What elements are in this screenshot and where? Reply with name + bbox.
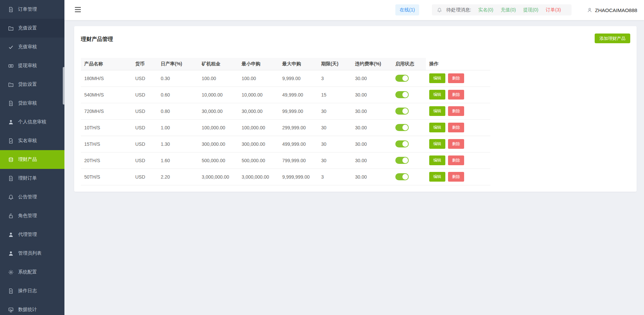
- table-row: 720MH/SUSD0.8030,000.0030,000.0099,999.0…: [81, 103, 490, 119]
- sidebar-item-label: 系统配置: [18, 269, 37, 275]
- doc-check-icon: [8, 138, 14, 144]
- sidebar-item-label: 公告管理: [18, 194, 37, 200]
- pending-messages-label: 待处理消息:: [446, 7, 471, 13]
- column-header: 违约费率(%): [352, 58, 392, 70]
- sidebar-item-personal-info-review[interactable]: 个人信息审核: [0, 113, 64, 131]
- sidebar-item-announcement-management[interactable]: 公告管理: [0, 188, 64, 206]
- sidebar-item-label: 贷款审核: [18, 100, 37, 106]
- edit-button[interactable]: 编辑: [429, 139, 445, 149]
- sidebar-item-recharge-settings[interactable]: 充值设置: [0, 19, 64, 38]
- table-row: 20TH/SUSD1.60500,000.00500,000.00799,999…: [81, 152, 490, 169]
- cell-rent: 3,000,000.00: [198, 169, 238, 185]
- cell-fee: 30.00: [352, 169, 392, 185]
- doc-icon: [8, 176, 14, 181]
- sidebar-item-loan-settings[interactable]: 贷款设置: [0, 75, 64, 94]
- enable-toggle[interactable]: [395, 124, 409, 131]
- cell-name: 15TH/S: [81, 136, 132, 152]
- cell-min: 3,000,000.00: [238, 169, 279, 185]
- cell-actions: 编辑删除: [426, 136, 490, 152]
- online-status-badge[interactable]: 在线(1): [395, 4, 419, 15]
- cell-fee: 30.00: [352, 103, 392, 119]
- cell-status: [392, 119, 426, 136]
- cell-currency: USD: [132, 103, 157, 119]
- lock-icon: [8, 213, 14, 219]
- cell-term: 3: [318, 169, 352, 185]
- sidebar-item-admin-list[interactable]: 管理员列表: [0, 244, 64, 263]
- gear-icon: [8, 269, 14, 275]
- enable-toggle[interactable]: [395, 91, 409, 98]
- add-product-button[interactable]: 添加理财产品: [595, 34, 630, 43]
- cell-term: 30: [318, 152, 352, 169]
- delete-button[interactable]: 删除: [448, 73, 464, 83]
- sidebar: 订单管理充值设置充值审核提现审核贷款设置贷款审核个人信息审核实名审核理财产品理财…: [0, 0, 64, 315]
- edit-button[interactable]: 编辑: [429, 90, 445, 100]
- user-menu[interactable]: ZHAOCAIMAO888: [587, 0, 637, 20]
- sidebar-item-loan-review[interactable]: 贷款审核: [0, 94, 64, 113]
- cell-min: 300,000.00: [238, 136, 279, 152]
- cell-max: 99,999.00: [279, 103, 318, 119]
- doc-icon: [8, 288, 14, 294]
- delete-button[interactable]: 删除: [448, 106, 464, 116]
- sidebar-item-realname-review[interactable]: 实名审核: [0, 131, 64, 150]
- username: ZHAOCAIMAO888: [595, 7, 637, 13]
- sidebar-item-label: 管理员列表: [18, 250, 42, 256]
- enable-toggle[interactable]: [395, 157, 409, 164]
- edit-button[interactable]: 编辑: [429, 106, 445, 116]
- enable-toggle[interactable]: [395, 75, 409, 82]
- notif-realname[interactable]: 实名(0): [478, 7, 493, 13]
- cell-term: 3: [318, 70, 352, 86]
- delete-button[interactable]: 删除: [448, 172, 464, 182]
- cell-min: 500,000.00: [238, 152, 279, 169]
- edit-button[interactable]: 编辑: [429, 123, 445, 132]
- sidebar-item-order-management[interactable]: 订单管理: [0, 0, 64, 19]
- sidebar-item-label: 理财产品: [18, 156, 37, 163]
- cell-fee: 30.00: [352, 136, 392, 152]
- delete-button[interactable]: 删除: [448, 139, 464, 149]
- cell-rent: 10,000.00: [198, 86, 238, 103]
- enable-toggle[interactable]: [395, 173, 409, 180]
- person-icon: [8, 251, 14, 256]
- cell-min: 30,000.00: [238, 103, 279, 119]
- menu-toggle-icon[interactable]: [75, 7, 82, 12]
- sidebar-scrollbar[interactable]: [63, 67, 65, 105]
- delete-button[interactable]: 删除: [448, 155, 464, 165]
- cell-actions: 编辑删除: [426, 152, 490, 169]
- sidebar-item-withdrawal-review[interactable]: 提现审核: [0, 56, 64, 75]
- notif-orders[interactable]: 订单(3): [546, 7, 561, 13]
- sidebar-item-data-statistics[interactable]: 数据统计: [0, 300, 64, 315]
- edit-button[interactable]: 编辑: [429, 172, 445, 182]
- cell-max: 49,999.00: [279, 86, 318, 103]
- cell-max: 9,999,999.00: [279, 169, 318, 185]
- cell-term: 30: [318, 136, 352, 152]
- notif-withdrawal[interactable]: 提现(0): [523, 7, 538, 13]
- sidebar-item-label: 操作日志: [18, 288, 37, 294]
- enable-toggle[interactable]: [395, 140, 409, 147]
- cell-name: 540MH/S: [81, 86, 132, 103]
- cell-rent: 30,000.00: [198, 103, 238, 119]
- edit-button[interactable]: 编辑: [429, 155, 445, 165]
- column-header: 操作: [426, 58, 490, 70]
- cell-rent: 500,000.00: [198, 152, 238, 169]
- sidebar-item-label: 角色管理: [18, 213, 37, 219]
- table-row: 15TH/SUSD1.30300,000.00300,000.00499,999…: [81, 136, 490, 152]
- database-icon: [8, 157, 14, 163]
- sidebar-item-label: 实名审核: [18, 138, 37, 144]
- cell-rate: 2.20: [157, 169, 198, 185]
- sidebar-item-system-config[interactable]: 系统配置: [0, 263, 64, 281]
- edit-button[interactable]: 编辑: [429, 73, 445, 83]
- cell-max: 9,999.00: [279, 70, 318, 86]
- sidebar-item-financial-products[interactable]: 理财产品: [0, 150, 64, 169]
- folder-icon: [8, 82, 14, 87]
- delete-button[interactable]: 删除: [448, 123, 464, 132]
- sidebar-item-agent-management[interactable]: 代理管理: [0, 225, 64, 244]
- sidebar-item-recharge-review[interactable]: 充值审核: [0, 38, 64, 56]
- sidebar-item-role-management[interactable]: 角色管理: [0, 206, 64, 225]
- delete-button[interactable]: 删除: [448, 90, 464, 100]
- notif-recharge[interactable]: 充值(0): [501, 7, 516, 13]
- sidebar-item-operation-log[interactable]: 操作日志: [0, 281, 64, 300]
- sidebar-item-financial-orders[interactable]: 理财订单: [0, 169, 64, 188]
- enable-toggle[interactable]: [395, 108, 409, 115]
- topbar: 在线(1) 待处理消息: 实名(0)充值(0)提现(0)订单(3) ZHAOCA…: [64, 0, 644, 20]
- cell-actions: 编辑删除: [426, 103, 490, 119]
- cell-max: 299,999.00: [279, 119, 318, 136]
